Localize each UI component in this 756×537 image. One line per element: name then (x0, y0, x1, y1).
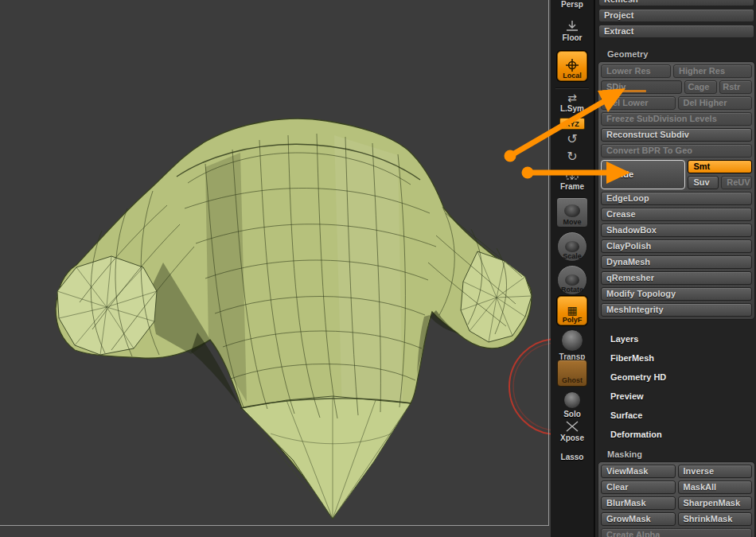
section-preview[interactable]: Preview (597, 387, 756, 406)
toolbar-button-polyf[interactable]: ▦ PolyF (551, 296, 594, 325)
toolbar-button-frame[interactable]: Frame (551, 170, 594, 191)
solo-sphere-icon (563, 391, 581, 409)
toolbar-label: Rotate (561, 286, 583, 294)
section-surface[interactable]: Surface (597, 406, 756, 425)
dynamesh-button[interactable]: DynaMesh (601, 255, 752, 269)
modify-topology-button[interactable]: Modify Topology (601, 287, 752, 301)
toolbar-button-rotate-ccw[interactable]: ↺ (551, 134, 594, 145)
remesh-button[interactable]: Remesh (598, 0, 754, 6)
frame-icon (565, 170, 579, 181)
toolbar-button-lsym[interactable]: ⇄ L.Sym (551, 92, 594, 113)
toolbar-button-persp[interactable]: Persp (551, 0, 594, 9)
local-axis-icon (566, 59, 579, 72)
suv-toggle[interactable]: Suv (688, 176, 719, 189)
toolbar-label: L.Sym (560, 104, 584, 113)
qremesher-button[interactable]: qRemesher (601, 271, 752, 285)
rotate-gyro-icon (565, 274, 579, 286)
toolbar-button-xpose[interactable]: Xpose (551, 420, 594, 442)
shrinkmask-button[interactable]: ShrinkMask (678, 512, 753, 526)
toolbar-label: Floor (563, 33, 583, 42)
toolbar-button-local[interactable]: Local (551, 51, 594, 81)
inverse-button[interactable]: Inverse (678, 465, 753, 478)
section-fibermesh[interactable]: FiberMesh (597, 348, 756, 368)
viewport-border-right (548, 0, 549, 526)
zbrush-window: Persp Floor Local ⇄ L.Sym XYZ (0, 0, 756, 537)
toolbar-label: Persp (561, 0, 583, 9)
geometry-section-header[interactable]: Geometry (597, 49, 756, 60)
shadowbox-button[interactable]: ShadowBox (601, 224, 752, 237)
toolbar-button-lasso[interactable]: Lasso (551, 452, 594, 461)
viewmask-button[interactable]: ViewMask (601, 465, 676, 478)
masking-section: ViewMask Inverse Clear MaskAll BlurMask … (598, 461, 755, 537)
toolbar-button-xyz[interactable]: XYZ (551, 118, 594, 130)
edgeloop-button[interactable]: EdgeLoop (601, 192, 752, 205)
project-button[interactable]: Project (598, 9, 754, 22)
viewport-canvas[interactable] (0, 0, 551, 537)
toolbar-label: Lasso (561, 453, 584, 461)
del-higher-button[interactable]: Del Higher (678, 96, 753, 110)
toolbar-button-floor[interactable]: Floor (551, 21, 594, 42)
toolbar-button-scale[interactable]: Scale (551, 232, 594, 262)
toolbar-label: Move (563, 218, 581, 227)
divide-button[interactable]: Divide (601, 160, 685, 189)
toolbar-label: PolyF (563, 316, 583, 324)
toolbar-divider (555, 88, 589, 89)
lower-res-button[interactable]: Lower Res (601, 64, 671, 78)
xyz-axis-toggle: XYZ (559, 118, 585, 130)
del-lower-button[interactable]: Del Lower (601, 96, 676, 110)
cage-button[interactable]: Cage (684, 80, 717, 94)
xpose-arrows-icon (564, 420, 580, 433)
mesh-hem (242, 396, 411, 519)
toolbar-button-transp[interactable]: Transp (551, 329, 594, 361)
reconstruct-subdiv-button[interactable]: Reconstruct Subdiv (601, 128, 752, 142)
toolbar-button-rotate-cw[interactable]: ↻ (551, 151, 594, 162)
smt-toggle[interactable]: Smt (688, 160, 752, 173)
right-shelf-toolbar: Persp Floor Local ⇄ L.Sym XYZ (551, 0, 595, 537)
convert-bpr-button[interactable]: Convert BPR To Geo (601, 144, 752, 158)
toolbar-label: Ghost (562, 376, 583, 386)
reuv-button[interactable]: ReUV (721, 176, 752, 189)
crease-button[interactable]: Crease (601, 208, 752, 221)
rotate-ccw-icon: ↺ (567, 134, 577, 145)
sdiv-slider-fill (602, 90, 646, 92)
toolbar-label: Scale (563, 252, 582, 261)
rotate-cw-icon: ↻ (567, 151, 577, 162)
blurmask-button[interactable]: BlurMask (601, 496, 676, 510)
polyframe-grid-icon: ▦ (567, 305, 577, 316)
mesh-model (0, 0, 551, 537)
scale-gyro-icon (565, 241, 579, 252)
brush-cursor-circle (509, 339, 551, 434)
symmetry-icon: ⇄ (567, 92, 577, 103)
freeze-subdivision-button[interactable]: Freeze SubDivision Levels (601, 112, 752, 126)
viewport-border-bottom (0, 525, 549, 526)
toolbar-button-move[interactable]: Move (551, 197, 594, 228)
toolbar-label: Frame (560, 182, 584, 191)
section-deformation[interactable]: Deformation (597, 425, 756, 444)
toolbar-button-ghost[interactable]: Ghost (551, 360, 594, 387)
toolbar-label: Solo (563, 410, 581, 418)
toolbar-button-solo[interactable]: Solo (551, 391, 594, 418)
masking-section-header[interactable]: Masking (597, 449, 756, 461)
toolbar-label: Local (563, 72, 582, 80)
geometry-section: Lower Res Higher Res SDiv Cage Rstr Del … (598, 61, 755, 320)
clear-button[interactable]: Clear (601, 481, 676, 494)
toolbar-label: Xpose (560, 434, 584, 442)
claypolish-button[interactable]: ClayPolish (601, 239, 752, 253)
rstr-button[interactable]: Rstr (719, 80, 752, 94)
section-layers[interactable]: Layers (597, 329, 756, 348)
transparency-sphere-icon (561, 329, 583, 352)
maskall-button[interactable]: MaskAll (678, 481, 753, 494)
floor-icon (565, 21, 579, 33)
move-gyro-icon (564, 204, 580, 217)
growmask-button[interactable]: GrowMask (601, 512, 676, 526)
sdiv-slider[interactable]: SDiv (601, 80, 682, 94)
tool-palette: Remesh Project Extract Geometry Lower Re… (597, 0, 756, 537)
extract-button[interactable]: Extract (598, 25, 754, 38)
create-alpha-button[interactable]: Create Alpha (601, 528, 752, 537)
toolbar-button-rotate[interactable]: Rotate (551, 265, 594, 295)
higher-res-button[interactable]: Higher Res (673, 64, 752, 78)
meshintegrity-button[interactable]: MeshIntegrity (601, 303, 752, 317)
section-geometry-hd[interactable]: Geometry HD (597, 368, 756, 387)
sharpenmask-button[interactable]: SharpenMask (678, 496, 753, 510)
